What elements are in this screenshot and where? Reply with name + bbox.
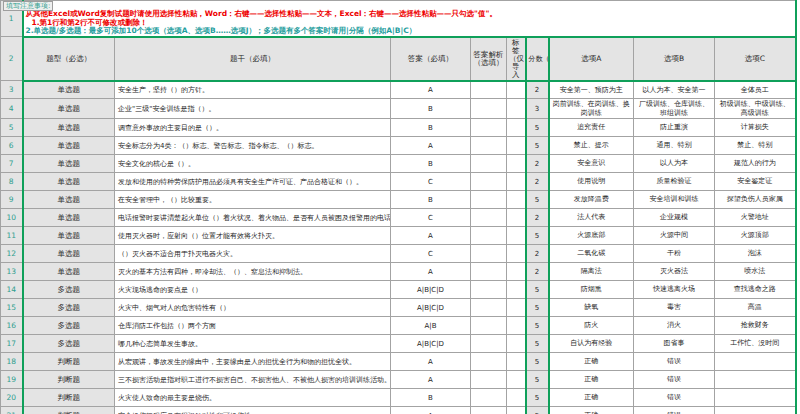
row-number[interactable]: 13 [1,263,23,281]
cell-option-c[interactable] [715,389,796,407]
header-question[interactable]: 题干（必填） [115,37,391,81]
cell-option-c[interactable]: 查找逃命之路 [715,281,796,299]
row-number[interactable]: 19 [1,371,23,389]
cell-tag[interactable] [507,371,526,389]
header-option-a[interactable]: 选项A [549,37,634,81]
cell-analysis[interactable] [471,173,507,191]
cell-option-c[interactable]: 全体员工 [715,81,796,99]
cell-score[interactable]: 5 [526,119,549,137]
cell-option-a[interactable]: 自认为有经验 [549,335,634,353]
cell-option-a[interactable]: 防火 [549,317,634,335]
cell-score[interactable]: 2 [526,173,549,191]
cell-question-type[interactable]: 单选题 [23,99,115,119]
cell-answer[interactable]: A|B|C|D [391,335,471,353]
cell-option-c[interactable]: 计算损失 [715,119,796,137]
cell-option-a[interactable]: 隔离法 [549,263,634,281]
cell-option-c[interactable]: 安全鉴定证 [715,173,796,191]
cell-score[interactable]: 5 [526,407,549,414]
cell-option-c[interactable]: 泡沫 [715,245,796,263]
cell-option-a[interactable]: 使用说明 [549,173,634,191]
cell-option-a[interactable]: 正确 [549,407,634,414]
cell-answer[interactable]: B [391,191,471,209]
cell-option-a[interactable]: 禁止、提示 [549,137,634,155]
cell-option-b[interactable]: 防止重演 [634,119,715,137]
cell-score[interactable]: 2 [526,263,549,281]
cell-option-b[interactable]: 错误 [634,389,715,407]
row-number[interactable]: 16 [1,317,23,335]
cell-question[interactable]: 仓库消防工作包括（）两个方面 [115,317,391,335]
cell-question-type[interactable]: 单选题 [23,209,115,227]
cell-tag[interactable] [507,209,526,227]
row-number[interactable]: 6 [1,137,23,155]
cell-score[interactable]: 5 [526,191,549,209]
cell-option-b[interactable]: 错误 [634,407,715,414]
row-number[interactable]: 3 [1,81,23,99]
cell-question-type[interactable]: 判断题 [23,371,115,389]
cell-option-a[interactable]: 防烟熏 [549,281,634,299]
header-score[interactable]: 分数（导入试卷时 [526,37,549,81]
cell-analysis[interactable] [471,389,507,407]
cell-answer[interactable]: A [391,263,471,281]
cell-tag[interactable] [507,137,526,155]
cell-answer[interactable]: A [391,81,471,99]
cell-question[interactable]: 使用灭火器时，应射向（）位置才能有效将火扑灭。 [115,227,391,245]
cell-analysis[interactable] [471,263,507,281]
cell-tag[interactable] [507,353,526,371]
cell-analysis[interactable] [471,407,507,414]
cell-question-type[interactable]: 单选题 [23,227,115,245]
cell-question[interactable]: 调查意外事故的主要目的是（）。 [115,119,391,137]
cell-question[interactable]: 火灾现场逃命的要点是（） [115,281,391,299]
cell-option-b[interactable]: 错误 [634,371,715,389]
cell-question-type[interactable]: 单选题 [23,191,115,209]
cell-answer[interactable]: C [391,173,471,191]
cell-answer[interactable]: A|B [391,317,471,335]
cell-answer[interactable]: B [391,389,471,407]
row-number[interactable]: 10 [1,209,23,227]
cell-option-a[interactable]: 追究责任 [549,119,634,137]
cell-tag[interactable] [507,389,526,407]
cell-tag[interactable] [507,317,526,335]
cell-question[interactable]: 火灾使人致命的最主要是烧伤。 [115,389,391,407]
header-option-b[interactable]: 选项B [634,37,715,81]
cell-tag[interactable] [507,99,526,119]
cell-question-type[interactable]: 单选题 [23,119,115,137]
header-analysis[interactable]: 答案解析（选填） [471,37,507,81]
cell-answer[interactable]: A [391,407,471,414]
cell-option-b[interactable]: 火源中间 [634,227,715,245]
cell-option-b[interactable]: 厂级训练、仓库训练、班组训练 [634,99,715,119]
cell-option-c[interactable]: 火警地址 [715,209,796,227]
cell-analysis[interactable] [471,317,507,335]
cell-score[interactable]: 2 [526,81,549,99]
cell-question[interactable]: 安全操作规程应具有很强针对性和可操作性。 [115,407,391,414]
cell-question-type[interactable]: 判断题 [23,407,115,414]
cell-option-a[interactable]: 正确 [549,389,634,407]
cell-analysis[interactable] [471,299,507,317]
cell-question-type[interactable]: 单选题 [23,245,115,263]
cell-question[interactable]: 哪几种心态简单发生事故。 [115,335,391,353]
cell-score[interactable]: 2 [526,155,549,173]
cell-question[interactable]: 安全生产，坚持（）的方针。 [115,81,391,99]
cell-analysis[interactable] [471,137,507,155]
cell-question[interactable]: 在安全管理中，（）比较重要。 [115,191,391,209]
cell-option-c[interactable]: 工作忙、没时间 [715,335,796,353]
cell-score[interactable]: 5 [526,353,549,371]
row-number[interactable]: 12 [1,245,23,263]
cell-option-b[interactable]: 消火 [634,317,715,335]
cell-option-c[interactable]: 抢救财务 [715,317,796,335]
cell-option-b[interactable]: 企业规模 [634,209,715,227]
cell-question[interactable]: 安全标志分为4类：（）标志、警告标志、指令标志、（）标志。 [115,137,391,155]
cell-analysis[interactable] [471,99,507,119]
cell-score[interactable]: 5 [526,281,549,299]
cell-option-a[interactable]: 安全意识 [549,155,634,173]
cell-analysis[interactable] [471,227,507,245]
cell-option-b[interactable]: 快速逃离火场 [634,281,715,299]
cell-option-a[interactable]: 缺氧 [549,299,634,317]
cell-tag[interactable] [507,173,526,191]
cell-answer[interactable]: A [391,353,471,371]
row-number[interactable]: 15 [1,299,23,317]
cell-tag[interactable] [507,245,526,263]
row-number[interactable]: 21 [1,407,23,414]
cell-option-a[interactable]: 正确 [549,371,634,389]
cell-option-b[interactable]: 质量检验证 [634,173,715,191]
cell-analysis[interactable] [471,119,507,137]
